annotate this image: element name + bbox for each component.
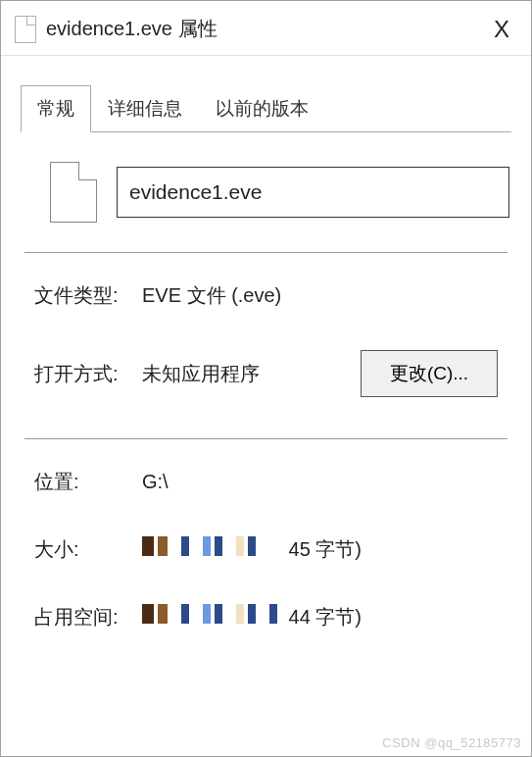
file-header xyxy=(21,162,511,223)
value-size-suffix: 45 字节) xyxy=(289,538,362,560)
divider xyxy=(24,438,508,439)
value-size: 45 字节) xyxy=(142,536,498,563)
value-size-on-disk: 44 字节) xyxy=(142,604,498,631)
value-opens-with: 未知应用程序 xyxy=(142,361,351,387)
redacted-size-on-disk xyxy=(142,604,277,624)
label-filetype: 文件类型: xyxy=(34,282,142,309)
tab-general[interactable]: 常规 xyxy=(21,85,91,132)
close-button[interactable]: X xyxy=(486,16,517,43)
tab-previous-versions[interactable]: 以前的版本 xyxy=(199,85,325,132)
row-size: 大小: 45 字节) xyxy=(21,536,511,563)
label-location: 位置: xyxy=(34,469,142,495)
label-size-on-disk: 占用空间: xyxy=(34,604,142,631)
row-opens-with: 打开方式: 未知应用程序 更改(C)... xyxy=(21,350,511,397)
label-size: 大小: xyxy=(34,536,142,563)
redacted-size xyxy=(142,536,277,556)
file-type-icon xyxy=(50,162,97,223)
properties-dialog: evidence1.eve 属性 X 常规 详细信息 以前的版本 文件类型: E… xyxy=(0,0,532,757)
value-location: G:\ xyxy=(142,471,498,493)
row-filetype: 文件类型: EVE 文件 (.eve) xyxy=(21,282,511,309)
window-title: evidence1.eve 属性 xyxy=(46,16,486,42)
row-size-on-disk: 占用空间: 44 字节) xyxy=(21,604,511,631)
titlebar: evidence1.eve 属性 X xyxy=(1,1,531,56)
tab-details[interactable]: 详细信息 xyxy=(91,85,199,132)
watermark: CSDN @qq_52185773 xyxy=(382,735,521,750)
divider xyxy=(24,252,508,253)
value-filetype: EVE 文件 (.eve) xyxy=(142,282,498,309)
value-size-on-disk-suffix: 44 字节) xyxy=(289,606,362,628)
row-location: 位置: G:\ xyxy=(21,469,511,495)
label-opens-with: 打开方式: xyxy=(34,361,142,387)
filename-input[interactable] xyxy=(117,167,509,218)
tabs-bar: 常规 详细信息 以前的版本 xyxy=(21,85,511,132)
file-icon xyxy=(15,16,36,43)
change-button[interactable]: 更改(C)... xyxy=(361,350,498,397)
content-area: 常规 详细信息 以前的版本 文件类型: EVE 文件 (.eve) 打开方式: … xyxy=(1,56,531,756)
